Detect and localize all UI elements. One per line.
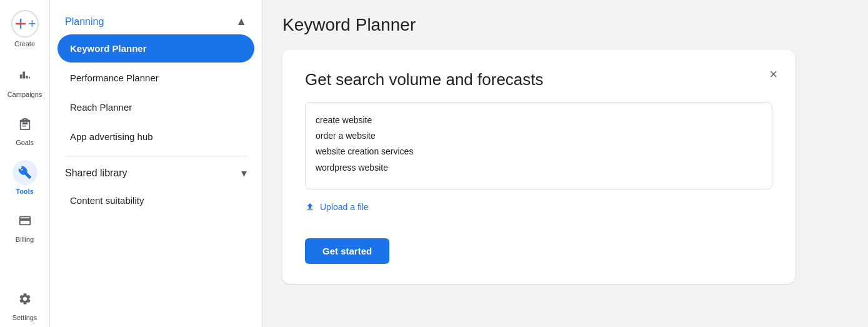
planning-chevron-icon: ▲ [236, 15, 247, 28]
create-icon[interactable]: + [11, 10, 39, 38]
tools-icon [12, 160, 37, 185]
shared-library-section-header[interactable]: Shared library ▾ [55, 161, 257, 185]
billing-label: Billing [16, 236, 34, 244]
get-started-button[interactable]: Get started [305, 238, 389, 264]
upload-label: Upload a file [320, 202, 369, 212]
sidebar-item-performance-planner[interactable]: Performance Planner [57, 64, 254, 92]
upload-icon [305, 202, 315, 212]
nav-goals[interactable]: Goals [2, 106, 47, 152]
card-title: Get search volume and forecasts [305, 70, 772, 89]
goals-label: Goals [16, 139, 34, 147]
tools-label: Tools [16, 188, 34, 196]
create-label: Create [14, 40, 35, 48]
planning-section-header[interactable]: Planning ▲ [55, 10, 257, 33]
campaigns-icon [12, 63, 37, 88]
planning-section-title: Planning [65, 16, 104, 28]
settings-icon [12, 286, 37, 311]
upload-file-link[interactable]: Upload a file [305, 202, 772, 212]
main-content: Keyword Planner Get search volume and fo… [262, 0, 868, 327]
content-suitability-label: Content suitability [70, 195, 144, 206]
page-title: Keyword Planner [282, 15, 848, 35]
nav-settings[interactable]: Settings [2, 281, 47, 327]
sidebar-item-content-suitability[interactable]: Content suitability [57, 186, 254, 214]
nav-billing[interactable]: Billing [2, 203, 47, 249]
shared-library-chevron-icon: ▾ [241, 166, 247, 180]
icon-nav: + Create Campaigns Goals [0, 0, 50, 327]
nav-tools[interactable]: Tools [2, 155, 47, 201]
sidebar-item-app-advertising-hub[interactable]: App advertising hub [57, 123, 254, 151]
sidebar-item-keyword-planner[interactable]: Keyword Planner [57, 34, 254, 63]
goals-icon [12, 111, 37, 136]
settings-label: Settings [12, 314, 37, 322]
billing-icon [12, 208, 37, 233]
sidebar: Planning ▲ Keyword Planner Performance P… [50, 0, 262, 327]
keyword-planner-label: Keyword Planner [70, 43, 147, 54]
search-volume-card: Get search volume and forecasts × create… [282, 50, 795, 284]
close-button[interactable]: × [767, 65, 780, 84]
nav-campaigns[interactable]: Campaigns [2, 58, 47, 104]
shared-library-section-title: Shared library [65, 168, 127, 179]
sidebar-divider [65, 156, 247, 156]
app-advertising-hub-label: App advertising hub [70, 131, 153, 142]
nav-create[interactable]: + Create [2, 5, 47, 53]
sidebar-item-reach-planner[interactable]: Reach Planner [57, 93, 254, 121]
keywords-textarea[interactable]: create website order a website website c… [305, 102, 772, 189]
performance-planner-label: Performance Planner [70, 73, 159, 83]
reach-planner-label: Reach Planner [70, 102, 132, 113]
campaigns-label: Campaigns [7, 91, 42, 99]
